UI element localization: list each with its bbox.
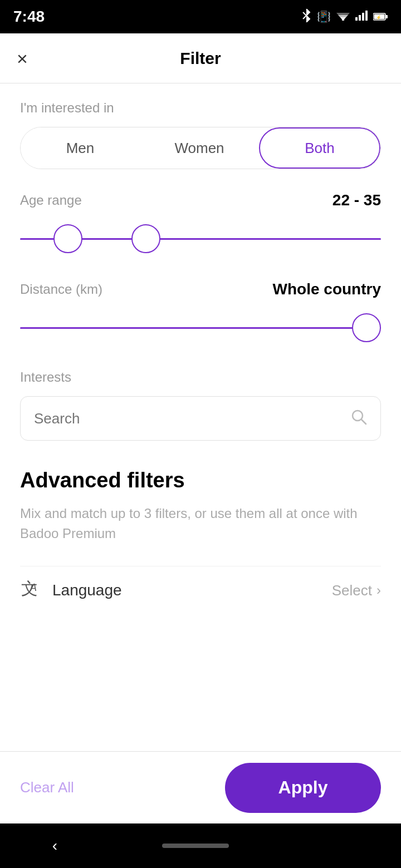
svg-rect-12 bbox=[385, 15, 388, 18]
select-label: Select bbox=[332, 582, 372, 599]
bottom-bar: Clear All Apply bbox=[0, 751, 401, 823]
close-button[interactable]: × bbox=[17, 49, 28, 68]
gender-toggle: Men Women Both bbox=[20, 127, 381, 169]
battery-icon: ⚡ bbox=[373, 11, 388, 23]
back-icon[interactable]: ‹ bbox=[52, 837, 57, 855]
svg-rect-7 bbox=[359, 15, 361, 21]
age-range-section: Age range 22 - 35 bbox=[20, 191, 381, 258]
svg-line-15 bbox=[361, 420, 366, 424]
distance-thumb[interactable] bbox=[352, 313, 381, 342]
language-row[interactable]: 文 A Language Select › bbox=[20, 566, 381, 614]
page-title: Filter bbox=[180, 49, 221, 68]
home-pill[interactable] bbox=[162, 844, 229, 848]
status-bar: 7:48 📳 bbox=[0, 0, 401, 33]
vibrate-icon: 📳 bbox=[317, 10, 331, 23]
advanced-filters-section: Advanced filters Mix and match up to 3 f… bbox=[20, 468, 381, 614]
svg-text:⚡: ⚡ bbox=[376, 14, 382, 20]
distance-section: Distance (km) Whole country bbox=[20, 280, 381, 347]
svg-rect-8 bbox=[362, 13, 364, 21]
status-time: 7:48 bbox=[13, 8, 45, 26]
svg-line-1 bbox=[303, 12, 306, 16]
main-content: I'm interested in Men Women Both Age ran… bbox=[0, 83, 401, 751]
distance-label: Distance (km) bbox=[20, 282, 102, 297]
both-button[interactable]: Both bbox=[259, 127, 380, 169]
search-input[interactable] bbox=[34, 410, 350, 427]
svg-rect-6 bbox=[355, 17, 358, 21]
interests-label: Interests bbox=[20, 369, 381, 385]
svg-line-0 bbox=[303, 16, 306, 19]
language-label: Language bbox=[52, 581, 122, 599]
advanced-filters-description: Mix and match up to 3 filters, or use th… bbox=[20, 504, 381, 544]
wifi-icon bbox=[336, 11, 350, 23]
search-icon bbox=[350, 408, 367, 429]
men-button[interactable]: Men bbox=[21, 127, 140, 169]
language-icon: 文 A bbox=[20, 578, 41, 603]
distance-row: Distance (km) Whole country bbox=[20, 280, 381, 298]
age-range-value: 22 - 35 bbox=[332, 191, 381, 209]
bluetooth-icon bbox=[301, 9, 311, 25]
status-icons: 📳 ⚡ bbox=[301, 9, 388, 25]
distance-value: Whole country bbox=[273, 280, 381, 298]
women-button[interactable]: Women bbox=[140, 127, 259, 169]
interested-in-label: I'm interested in bbox=[20, 100, 381, 116]
svg-text:A: A bbox=[30, 582, 37, 593]
age-range-slider[interactable] bbox=[20, 219, 381, 258]
clear-all-button[interactable]: Clear All bbox=[20, 779, 74, 796]
apply-button[interactable]: Apply bbox=[225, 763, 381, 813]
interests-search-container bbox=[20, 396, 381, 441]
signal-icon bbox=[355, 11, 368, 23]
age-min-thumb[interactable] bbox=[53, 224, 82, 253]
nav-bar: ‹ bbox=[0, 823, 401, 868]
language-select-action[interactable]: Select › bbox=[332, 582, 381, 599]
header: × Filter bbox=[0, 33, 401, 83]
svg-rect-9 bbox=[365, 11, 368, 21]
age-range-label: Age range bbox=[20, 193, 82, 208]
distance-slider[interactable] bbox=[20, 308, 381, 347]
language-row-left: 文 A Language bbox=[20, 578, 122, 603]
chevron-right-icon: › bbox=[376, 583, 381, 598]
interests-section: Interests bbox=[20, 369, 381, 441]
distance-track bbox=[20, 327, 381, 329]
age-range-row: Age range 22 - 35 bbox=[20, 191, 381, 209]
age-max-thumb[interactable] bbox=[131, 224, 160, 253]
interested-in-section: I'm interested in Men Women Both bbox=[20, 100, 381, 169]
advanced-filters-title: Advanced filters bbox=[20, 468, 381, 492]
